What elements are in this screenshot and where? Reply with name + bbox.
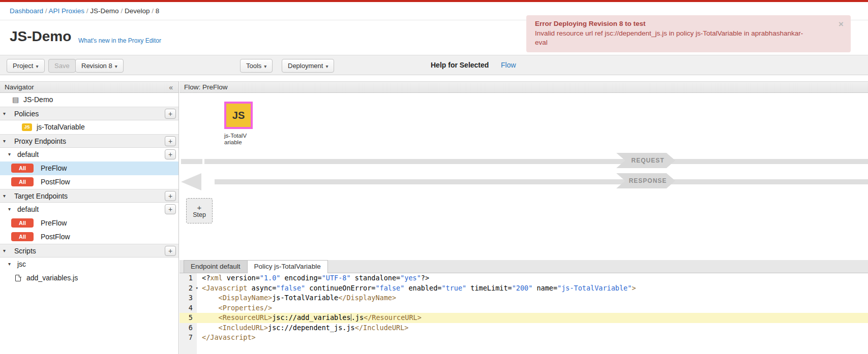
sidebar-item-add-variables-js[interactable]: add_variables.js: [0, 271, 178, 285]
sidebar-item-postflow[interactable]: AllPostFlow: [0, 230, 178, 244]
breadcrumb-separator: /: [84, 7, 90, 15]
code-token: <ResourceURL>: [219, 313, 273, 321]
code-token: [202, 313, 219, 321]
response-arrow-icon: [181, 173, 201, 190]
breadcrumb-item-api-proxies[interactable]: API Proxies: [49, 7, 85, 15]
code-token: "true": [441, 284, 466, 292]
sidebar-item-label: Proxy Endpoints: [14, 137, 66, 145]
page-title: JS-Demo: [10, 28, 71, 45]
all-badge: All: [11, 164, 34, 173]
tab-policy-js-totalvariable[interactable]: Policy js-TotalVariable: [247, 260, 328, 273]
sidebar-item-js-totalvariable[interactable]: JSjs-TotalVariable: [0, 120, 178, 134]
chevron-down-icon: ▾: [36, 63, 38, 69]
save-button[interactable]: Save: [48, 59, 76, 73]
policy-label-line: js-TotalV: [224, 133, 275, 139]
chevron-down-icon: ▾: [3, 107, 6, 120]
policy-label: js-TotalV ariable: [224, 133, 275, 146]
code-token: version=: [223, 274, 260, 282]
breadcrumb-separator: /: [119, 7, 125, 15]
code-token: "js-TotalVariable": [557, 284, 632, 292]
add-default-button[interactable]: +: [165, 149, 176, 159]
code-editor: Endpoint defaultPolicy js-TotalVariable …: [179, 260, 868, 354]
sidebar-item-scripts[interactable]: ▾Scripts+: [0, 244, 178, 258]
add-proxy-endpoints-button[interactable]: +: [165, 136, 176, 146]
policy-js-totalvariable[interactable]: JS: [224, 102, 253, 129]
code-token: </Javascript>: [202, 333, 256, 341]
deployment-button[interactable]: Deployment▾: [282, 59, 334, 73]
whats-new-link[interactable]: What's new in the Proxy Editor: [78, 37, 161, 44]
sidebar-item-default[interactable]: ▾default+: [0, 203, 178, 216]
js-policy-icon: JS: [22, 123, 32, 131]
sidebar-item-target-endpoints[interactable]: ▾Target Endpoints+: [0, 189, 178, 203]
close-icon[interactable]: ×: [839, 19, 844, 29]
flow-canvas: JS js-TotalV ariable REQUEST RESPONSE +: [179, 93, 868, 260]
code-line-3: 3 <DisplayName>js-TotalVariable</Display…: [179, 293, 868, 303]
sidebar-item-proxy-endpoints[interactable]: ▾Proxy Endpoints+: [0, 134, 178, 148]
sidebar-item-preflow[interactable]: AllPreFlow: [0, 162, 178, 175]
sidebar-item-label: Target Endpoints: [14, 192, 68, 200]
add-target-endpoints-button[interactable]: +: [165, 191, 176, 201]
code-token: ?>: [421, 274, 429, 282]
add-policies-button[interactable]: +: [165, 109, 176, 119]
code-text: <IncludeURL>jsc://dependent_js.js</Inclu…: [197, 324, 408, 332]
sidebar-item-js-demo[interactable]: ▤JS-Demo: [0, 93, 178, 107]
code-line-1: 1<?xml version="1.0" encoding="UTF-8" st…: [179, 273, 868, 283]
all-badge: All: [11, 218, 34, 228]
sidebar-item-postflow[interactable]: AllPostFlow: [0, 175, 178, 189]
add-step-button[interactable]: + Step: [186, 198, 213, 223]
code-token: <?: [202, 274, 210, 282]
notification-message: Invalid resource url ref jsc://dependent…: [535, 29, 812, 47]
code-text: <DisplayName>js-TotalVariable</DisplayNa…: [197, 294, 396, 302]
sidebar-item-label: PreFlow: [41, 164, 67, 172]
file-icon: [15, 275, 21, 281]
request-banner: REQUEST: [616, 153, 675, 168]
code-text: <Javascript async="false" continueOnErro…: [197, 284, 636, 292]
sidebar-item-label: default: [17, 150, 39, 158]
line-number: 6: [179, 323, 197, 333]
response-flow-line: [215, 179, 868, 184]
code-token: encoding=: [280, 274, 321, 282]
sidebar-item-jsc[interactable]: ▾jsc: [0, 258, 178, 271]
code-token: <IncludeURL>: [219, 324, 268, 332]
code-token: "false": [375, 284, 404, 292]
revision-button[interactable]: Revision 8▾: [75, 59, 124, 73]
error-notification: Error Deploying Revision 8 to test Inval…: [526, 15, 851, 52]
main-panel: Flow: PreFlow JS js-TotalV ariable REQUE…: [179, 81, 868, 354]
policy-label-line: ariable: [224, 139, 275, 146]
tab-endpoint-default[interactable]: Endpoint default: [184, 260, 248, 273]
add-default-button[interactable]: +: [165, 204, 176, 214]
breadcrumb-list: Dashboard / API Proxies / JS-Demo / Deve…: [10, 7, 159, 15]
code-area[interactable]: 1<?xml version="1.0" encoding="UTF-8" st…: [179, 273, 868, 354]
sidebar-item-default[interactable]: ▾default+: [0, 148, 178, 162]
code-token: name=: [532, 284, 557, 292]
collapse-panel-button[interactable]: «: [166, 82, 175, 93]
request-line-start: [181, 159, 202, 164]
app-root: Dashboard / API Proxies / JS-Demo / Deve…: [0, 0, 868, 354]
flow-help-link[interactable]: Flow: [501, 55, 516, 75]
code-token: "yes": [400, 274, 421, 282]
toolbar: Project▾ Save Revision 8▾ Tools▾ Deploym…: [0, 55, 868, 75]
button-label: Project: [13, 62, 33, 70]
chevron-down-icon: ▾: [3, 189, 6, 203]
tools-button[interactable]: Tools▾: [240, 59, 273, 73]
navigator-tree: ▤JS-Demo▾Policies+JSjs-TotalVariable▾Pro…: [0, 93, 178, 285]
project-button[interactable]: Project▾: [7, 59, 45, 73]
sidebar-item-label: default: [17, 205, 39, 213]
breadcrumb-item-dashboard[interactable]: Dashboard: [10, 7, 43, 15]
line-number: 2▾: [179, 283, 197, 294]
sidebar-item-label: PostFlow: [41, 233, 70, 241]
sidebar-item-label: jsc: [17, 260, 26, 268]
chevron-down-icon: ▾: [325, 63, 328, 69]
code-token: [202, 294, 219, 302]
line-number: 5: [179, 313, 197, 323]
add-scripts-button[interactable]: +: [165, 246, 176, 256]
sidebar-item-label: Policies: [14, 110, 39, 118]
fold-caret-icon[interactable]: ▾: [196, 283, 198, 294]
code-token: [202, 304, 219, 312]
sidebar-item-label: Scripts: [14, 247, 36, 255]
code-token: continueOnError=: [305, 284, 375, 292]
request-banner-label: REQUEST: [631, 157, 664, 164]
breadcrumb-separator: /: [149, 7, 155, 15]
sidebar-item-preflow[interactable]: AllPreFlow: [0, 216, 178, 230]
sidebar-item-policies[interactable]: ▾Policies+: [0, 107, 178, 120]
